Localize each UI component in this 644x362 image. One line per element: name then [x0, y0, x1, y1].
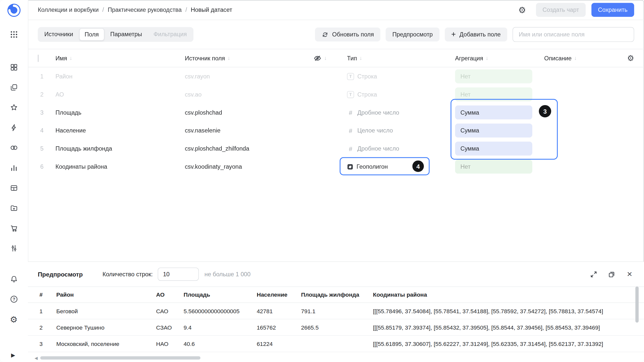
cell: 5.5600000000000005 [184, 308, 257, 314]
tab-filtering[interactable]: Фильтрация [148, 28, 192, 40]
field-type-cell[interactable]: # Целое число [347, 127, 455, 134]
datalens-logo-icon[interactable] [7, 3, 21, 18]
storage-folder-icon[interactable] [6, 201, 21, 215]
preview-button[interactable]: Предпросмотр [386, 27, 439, 41]
field-search [513, 27, 634, 42]
column-header-type[interactable]: Тип↓ [347, 55, 455, 61]
row-number: 5 [38, 145, 55, 152]
field-row[interactable]: 4 Население csv.naselenie # Целое число … [28, 121, 644, 140]
field-row[interactable]: 3 Площадь csv.ploshchad # Дробное число … [28, 103, 644, 121]
aggregation-select[interactable]: Нет [455, 87, 532, 102]
collections-icon[interactable] [6, 80, 21, 95]
aggregation-select[interactable]: Сумма [455, 106, 532, 120]
preview-row: 3 Московский, поселение НАО 40.6 61224 [… [28, 336, 644, 352]
scrollbar-thumb[interactable] [40, 356, 200, 359]
dataset-settings-gear-icon[interactable]: ⚙ [518, 6, 526, 14]
dataset-editor: ? ⚙ ▶ Коллекции и воркбуки / Практически… [0, 0, 644, 362]
add-field-button[interactable]: + Добавить поле [445, 27, 507, 41]
refresh-icon [321, 31, 329, 38]
geopolygon-type-icon [347, 164, 353, 170]
field-type-cell[interactable]: Геополигон [347, 163, 455, 170]
field-type-cell[interactable]: T Строка [347, 91, 455, 98]
field-name: Население [55, 127, 185, 134]
help-icon[interactable]: ? [6, 292, 21, 307]
tab-sources[interactable]: Источники [39, 28, 78, 40]
field-search-input[interactable] [518, 31, 629, 38]
cell: Беговой [56, 308, 156, 314]
preview-title: Предпросмотр [38, 271, 83, 278]
cell: 9.4 [184, 324, 257, 331]
aggregation-select[interactable]: Сумма [455, 123, 532, 138]
aggregation-select[interactable]: Нет [455, 160, 532, 174]
field-source: csv.naselenie [185, 127, 313, 134]
breadcrumb-collections[interactable]: Коллекции и воркбуки [38, 7, 99, 13]
apps-grid-icon[interactable] [7, 27, 21, 42]
preview-col-ploshchad: Площадь [184, 291, 257, 298]
settings-sliders-icon[interactable] [6, 241, 21, 256]
connections-lightning-icon[interactable] [6, 120, 21, 135]
marketplace-cart-icon[interactable] [6, 221, 21, 236]
datasets-rings-icon[interactable] [6, 140, 21, 155]
row-limit-hint: не больше 1 000 [205, 271, 251, 278]
breadcrumb-guides[interactable]: Практические руководства [108, 7, 182, 13]
tab-parameters[interactable]: Параметры [105, 28, 147, 40]
sort-icon: ↓ [227, 55, 230, 61]
cell: [[[55.78496, 37.54084], [55.78541, 37.54… [373, 308, 632, 314]
aggregation-select[interactable]: Сумма [455, 142, 532, 156]
cell: 3 [39, 340, 56, 347]
field-name: Площадь [55, 109, 185, 116]
string-type-icon: T [347, 73, 354, 80]
settings-gear-icon[interactable]: ⚙ [6, 312, 21, 327]
open-in-window-icon[interactable] [607, 270, 616, 279]
field-source: csv.ploshchad_zhilfonda [185, 145, 313, 152]
column-header-description[interactable]: Описание↓ [544, 55, 623, 61]
table-settings-gear-icon[interactable]: ⚙ [627, 54, 634, 62]
field-row[interactable]: 5 Площадь жилфонда csv.ploshchad_zhilfon… [28, 140, 644, 158]
close-preview-icon[interactable]: × [625, 270, 634, 279]
save-button[interactable]: Сохранить [591, 3, 634, 17]
refresh-fields-button[interactable]: Обновить поля [315, 27, 381, 41]
column-header-aggregation[interactable]: Агрегация↓ [455, 55, 544, 61]
cell: 791.1 [301, 308, 373, 314]
expand-preview-icon[interactable] [589, 270, 598, 279]
aggregation-select[interactable]: Нет [455, 69, 532, 83]
favorites-star-icon[interactable] [6, 100, 21, 115]
field-row[interactable]: 6 Коодинаты района csv.koodinaty_rayona … [28, 158, 644, 176]
field-source: csv.koodinaty_rayona [185, 163, 313, 170]
scroll-left-arrow-icon[interactable]: ◀ [34, 356, 38, 360]
column-header-name[interactable]: Имя↓ [55, 55, 185, 61]
dashboards-icon[interactable] [6, 60, 21, 75]
cell: 165762 [257, 324, 301, 331]
preview-vertical-scrollbar[interactable] [635, 287, 639, 350]
preview-horizontal-scrollbar[interactable] [40, 356, 632, 359]
field-row[interactable]: 1 Район csv.rayon T Строка Нет [28, 67, 644, 85]
preview-col-zhilfond: Площадь жилфонда [301, 291, 373, 298]
collapse-sidebar-icon[interactable]: ▶ [11, 352, 15, 358]
field-type-cell[interactable]: # Дробное число [347, 145, 455, 152]
field-row[interactable]: 2 АО csv.ao T Строка Нет [28, 85, 644, 104]
cell: САО [156, 308, 183, 314]
charts-icon[interactable] [6, 160, 21, 175]
tables-icon[interactable] [6, 180, 21, 195]
tab-fields[interactable]: Поля [79, 28, 104, 41]
notifications-bell-icon[interactable] [6, 272, 21, 287]
column-header-hidden[interactable]: ↓ [313, 54, 347, 62]
field-type-cell[interactable]: T Строка [347, 73, 455, 80]
preview-col-naselenie: Население [257, 291, 301, 298]
create-chart-button[interactable]: Создать чарт [536, 3, 586, 17]
cell: [[[55.85179, 37.39374], [55.85432, 37.39… [373, 324, 632, 331]
column-header-source[interactable]: Источник поля↓ [185, 55, 313, 61]
scrollbar-thumb[interactable] [635, 287, 639, 323]
field-source: csv.rayon [185, 73, 313, 80]
breadcrumb-current: Новый датасет [191, 7, 232, 13]
row-count-input[interactable] [158, 267, 199, 281]
sort-icon: ↓ [69, 55, 72, 61]
select-all-checkbox[interactable] [38, 54, 38, 62]
row-number: 3 [38, 109, 55, 116]
preview-col-index: # [39, 291, 56, 298]
cell: Северное Тушино [56, 324, 156, 331]
preview-row: 1 Беговой САО 5.5600000000000005 42781 7… [28, 303, 644, 319]
field-type-cell[interactable]: # Дробное число [347, 109, 455, 116]
sidebar-nav [0, 60, 27, 256]
dataset-tabs: Источники Поля Параметры Фильтрация [38, 27, 193, 42]
